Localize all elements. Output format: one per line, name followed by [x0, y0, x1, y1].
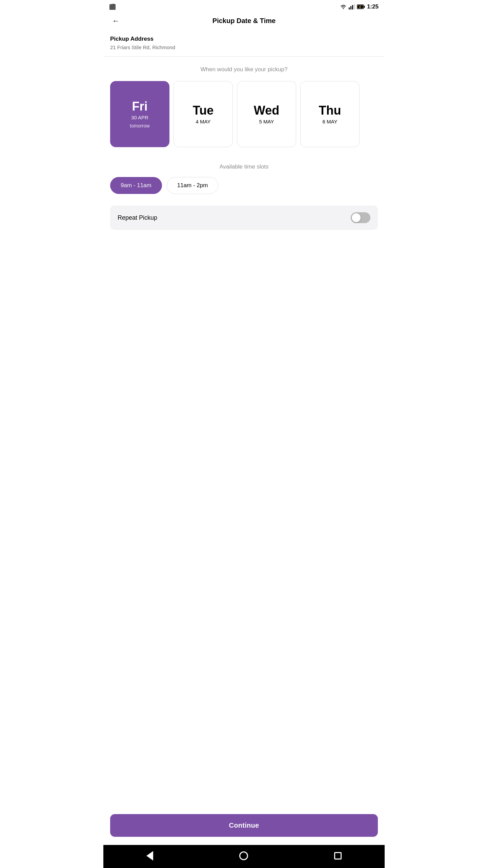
time-slot-0[interactable]: 9am - 11am	[110, 177, 162, 194]
nav-recent-icon	[334, 852, 342, 860]
signal-icon	[349, 4, 355, 9]
toggle-knob	[352, 213, 361, 222]
repeat-section: Repeat Pickup	[103, 201, 385, 237]
svg-rect-1	[349, 7, 350, 9]
content: Pickup Address 21 Friars Stile Rd, Richm…	[103, 29, 385, 523]
date-question: When would you like your pickup?	[110, 66, 378, 73]
status-bar-left	[109, 4, 116, 10]
time-title: Available time slots	[110, 163, 378, 170]
address-label: Pickup Address	[110, 36, 378, 42]
svg-rect-2	[350, 6, 351, 9]
date-card-day: Wed	[254, 104, 279, 117]
date-card-date: 5 MAY	[259, 119, 274, 124]
date-card-sub: tomorrow	[130, 123, 149, 129]
repeat-pickup-toggle[interactable]	[351, 212, 370, 223]
header: ← Pickup Date & Time	[103, 12, 385, 29]
date-card-day: Fri	[132, 100, 147, 113]
date-card-date: 4 MAY	[196, 119, 211, 124]
nav-back-button[interactable]	[146, 851, 153, 861]
nav-bar	[103, 845, 385, 868]
date-card-thu[interactable]: Thu6 MAY	[300, 81, 360, 147]
svg-text:⚡: ⚡	[359, 5, 362, 8]
status-bar: ⚡ 1:25	[103, 0, 385, 12]
header-title: Pickup Date & Time	[212, 17, 276, 25]
time-slots: 9am - 11am11am - 2pm	[110, 177, 378, 194]
sd-card-icon	[109, 4, 116, 10]
date-card-wed[interactable]: Wed5 MAY	[237, 81, 296, 147]
date-card-date: 30 APR	[131, 115, 148, 120]
svg-rect-4	[354, 4, 355, 9]
status-time: 1:25	[367, 3, 379, 10]
continue-section: Continue	[103, 809, 385, 845]
svg-rect-6	[364, 6, 365, 8]
nav-home-icon	[239, 851, 248, 860]
repeat-toggle-row: Repeat Pickup	[110, 205, 378, 230]
date-card-fri[interactable]: Fri30 APRtomorrow	[110, 81, 169, 147]
date-section: When would you like your pickup? Fri30 A…	[103, 57, 385, 155]
nav-recent-button[interactable]	[334, 852, 342, 860]
status-bar-right: ⚡ 1:25	[340, 3, 379, 10]
address-value: 21 Friars Stile Rd, Richmond	[110, 44, 378, 50]
time-section: Available time slots 9am - 11am11am - 2p…	[103, 155, 385, 201]
date-cards: Fri30 APRtomorrowTue4 MAYWed5 MAYThu6 MA…	[110, 81, 378, 149]
address-section: Pickup Address 21 Friars Stile Rd, Richm…	[103, 29, 385, 57]
repeat-label: Repeat Pickup	[118, 214, 157, 221]
wifi-icon	[340, 4, 347, 9]
date-card-date: 6 MAY	[323, 119, 338, 124]
battery-icon: ⚡	[357, 4, 365, 9]
nav-home-button[interactable]	[239, 851, 248, 860]
date-card-day: Thu	[319, 104, 341, 117]
svg-point-0	[343, 8, 344, 9]
back-button[interactable]: ←	[109, 15, 122, 27]
date-card-tue[interactable]: Tue4 MAY	[174, 81, 233, 147]
time-slot-1[interactable]: 11am - 2pm	[167, 177, 219, 194]
nav-back-icon	[146, 851, 153, 861]
svg-rect-3	[352, 5, 353, 9]
date-card-day: Tue	[193, 104, 214, 117]
continue-button[interactable]: Continue	[110, 814, 378, 837]
